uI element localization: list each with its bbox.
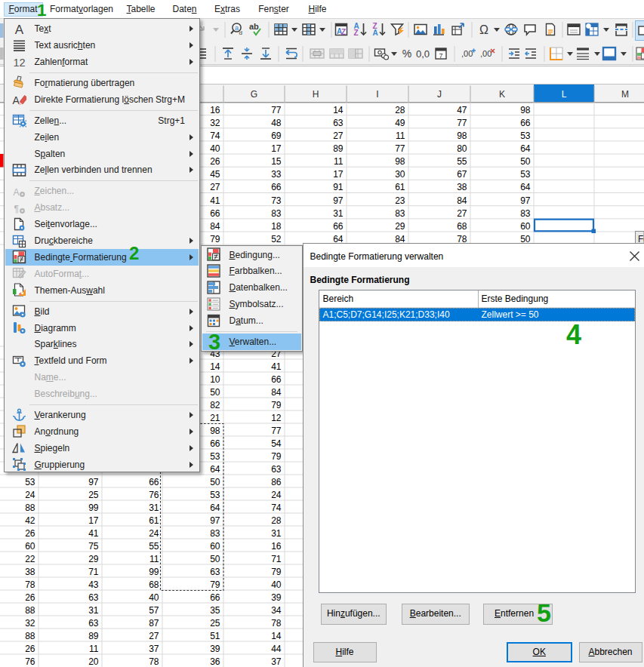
svg-text:45: 45 <box>210 169 220 180</box>
svg-text:74: 74 <box>271 503 282 513</box>
svg-text:67: 67 <box>457 169 467 180</box>
svg-text:55: 55 <box>149 541 159 552</box>
svg-text:16: 16 <box>210 105 220 115</box>
svg-text:22: 22 <box>25 554 35 564</box>
svg-text:16: 16 <box>271 541 282 552</box>
svg-text:17: 17 <box>88 515 99 526</box>
svg-text:75: 75 <box>88 541 99 552</box>
svg-text:60: 60 <box>210 541 220 552</box>
svg-text:79: 79 <box>210 579 220 590</box>
svg-text:78: 78 <box>25 579 35 590</box>
svg-text:26: 26 <box>25 644 35 654</box>
svg-text:34: 34 <box>271 605 282 616</box>
svg-text:,00: ,00 <box>461 49 473 58</box>
svg-text:J: J <box>437 89 442 100</box>
svg-text:66: 66 <box>210 208 220 219</box>
svg-text:77: 77 <box>395 143 405 154</box>
svg-text:37: 37 <box>149 644 159 654</box>
svg-text:66: 66 <box>271 182 282 192</box>
svg-text:53: 53 <box>210 490 220 500</box>
svg-text:10: 10 <box>210 374 220 385</box>
svg-text:89: 89 <box>333 143 344 154</box>
svg-text:63: 63 <box>333 118 344 128</box>
svg-text:53: 53 <box>520 169 531 180</box>
svg-text:78: 78 <box>149 656 159 667</box>
svg-text:77: 77 <box>271 105 282 115</box>
svg-text:ab: ab <box>249 22 259 31</box>
svg-text:25: 25 <box>210 618 220 629</box>
svg-text:14: 14 <box>271 631 282 641</box>
svg-text:83: 83 <box>395 208 405 219</box>
svg-text:K: K <box>499 89 505 100</box>
svg-text:0,0: 0,0 <box>416 48 430 60</box>
svg-text:53: 53 <box>210 451 220 462</box>
svg-text:64: 64 <box>520 143 531 154</box>
svg-text:52: 52 <box>271 234 282 244</box>
svg-text:66: 66 <box>333 221 344 232</box>
svg-text:89: 89 <box>88 631 99 641</box>
svg-text:14: 14 <box>333 105 344 115</box>
svg-text:40: 40 <box>271 579 282 590</box>
svg-text:82: 82 <box>210 400 220 410</box>
svg-text:99: 99 <box>149 567 159 577</box>
svg-text:44: 44 <box>271 644 282 654</box>
svg-text:71: 71 <box>271 554 282 564</box>
svg-text:64: 64 <box>520 182 531 192</box>
svg-text:39: 39 <box>271 592 282 603</box>
svg-text:84: 84 <box>457 195 467 206</box>
svg-text:98: 98 <box>395 156 405 167</box>
svg-text:21: 21 <box>210 413 220 423</box>
svg-text:76: 76 <box>149 490 159 500</box>
svg-text:88: 88 <box>25 605 35 616</box>
svg-text:47: 47 <box>457 105 467 115</box>
svg-text:28: 28 <box>271 515 282 526</box>
svg-text:60: 60 <box>520 221 531 232</box>
svg-text:60: 60 <box>25 541 35 552</box>
svg-text:88: 88 <box>25 631 35 641</box>
svg-text:20: 20 <box>88 656 99 667</box>
svg-text:41: 41 <box>88 528 99 539</box>
svg-text:37: 37 <box>271 656 282 667</box>
svg-text:66: 66 <box>210 592 220 603</box>
svg-text:41: 41 <box>210 195 220 206</box>
svg-text:74: 74 <box>210 131 220 141</box>
svg-text:Z: Z <box>354 29 359 37</box>
svg-text:88: 88 <box>25 503 35 513</box>
svg-text:66: 66 <box>271 374 282 385</box>
svg-text:61: 61 <box>149 515 159 526</box>
svg-text:50: 50 <box>210 387 220 398</box>
svg-text:83: 83 <box>271 208 282 219</box>
svg-text:50: 50 <box>520 156 531 167</box>
svg-text:98: 98 <box>457 131 467 141</box>
svg-text:53: 53 <box>25 477 35 487</box>
svg-text:36: 36 <box>210 656 220 667</box>
svg-text:55: 55 <box>457 156 467 167</box>
svg-text:66: 66 <box>210 438 220 449</box>
svg-text:77: 77 <box>457 118 467 128</box>
svg-text:63: 63 <box>88 592 99 603</box>
svg-text:66: 66 <box>149 477 159 487</box>
svg-text:50: 50 <box>210 477 220 487</box>
svg-text:A: A <box>14 23 23 36</box>
svg-text:11: 11 <box>149 554 159 564</box>
svg-text:G: G <box>251 89 257 100</box>
svg-text:63: 63 <box>271 464 282 475</box>
svg-text:73: 73 <box>271 195 282 206</box>
svg-text:a: a <box>235 24 239 32</box>
svg-text:26: 26 <box>210 156 220 167</box>
svg-text:79: 79 <box>271 567 282 577</box>
svg-text:18: 18 <box>271 221 282 232</box>
svg-text:A: A <box>13 186 19 197</box>
svg-text:48: 48 <box>271 118 282 128</box>
svg-text:79: 79 <box>210 234 220 244</box>
svg-text:26: 26 <box>25 528 35 539</box>
svg-text:86: 86 <box>271 477 282 487</box>
svg-text:87: 87 <box>149 618 159 629</box>
svg-text:,00: ,00 <box>480 49 491 58</box>
svg-text:54: 54 <box>271 438 282 449</box>
svg-text:31: 31 <box>271 528 282 539</box>
svg-text:69: 69 <box>271 131 282 141</box>
svg-text:Z: Z <box>341 28 346 36</box>
svg-text:11: 11 <box>396 131 405 141</box>
svg-text:Ω: Ω <box>479 23 488 36</box>
